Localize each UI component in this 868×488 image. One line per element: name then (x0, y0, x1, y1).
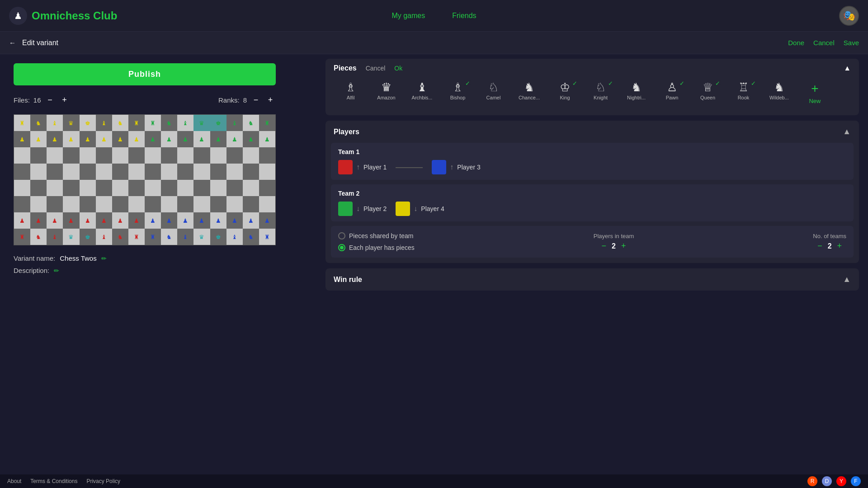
piece-item[interactable]: ♔ King ✓ (548, 78, 582, 108)
chess-cell[interactable] (259, 180, 275, 196)
chess-cell[interactable] (80, 147, 96, 164)
chess-cell[interactable]: ♟ (30, 131, 47, 147)
chess-cell[interactable] (80, 196, 96, 212)
chess-cell[interactable]: ♟ (14, 131, 30, 147)
files-decrease-button[interactable]: − (45, 94, 56, 105)
chess-cell[interactable] (226, 196, 243, 212)
chess-cell[interactable]: ♟ (145, 131, 161, 147)
chess-cell[interactable]: ♜ (128, 229, 145, 245)
chess-cell[interactable]: ♞ (161, 115, 177, 131)
chess-cell[interactable]: ♟ (112, 131, 128, 147)
chess-cell[interactable]: ♜ (259, 229, 275, 245)
variant-name-edit-icon[interactable]: ✏ (101, 255, 107, 262)
chess-cell[interactable] (259, 164, 275, 180)
chess-cell[interactable]: ♝ (177, 115, 193, 131)
chess-cell[interactable] (128, 196, 145, 212)
chess-cell[interactable]: ♟ (80, 212, 96, 229)
chess-cell[interactable]: ♟ (259, 131, 275, 147)
chess-cell[interactable] (47, 196, 63, 212)
cancel-button[interactable]: Cancel (813, 39, 835, 47)
chess-cell[interactable]: ♟ (161, 212, 177, 229)
chess-cell[interactable]: ♟ (177, 212, 193, 229)
chess-cell[interactable] (96, 164, 112, 180)
chess-cell[interactable]: ♚ (80, 229, 96, 245)
chess-cell[interactable] (145, 180, 161, 196)
chess-cell[interactable]: ♟ (128, 212, 145, 229)
chess-cell[interactable]: ♟ (96, 131, 112, 147)
chess-cell[interactable] (47, 164, 63, 180)
piece-item[interactable]: ♞ Wildeb... (762, 78, 796, 108)
chess-cell[interactable] (161, 164, 177, 180)
chess-cell[interactable]: ♝ (177, 229, 193, 245)
reddit-icon[interactable]: R (807, 476, 817, 486)
chess-cell[interactable]: ♟ (243, 131, 259, 147)
chess-cell[interactable]: ♟ (145, 212, 161, 229)
chess-cell[interactable]: ♟ (177, 131, 193, 147)
chess-cell[interactable]: ♟ (259, 212, 275, 229)
chess-cell[interactable]: ♚ (210, 115, 226, 131)
chess-cell[interactable] (30, 196, 47, 212)
chess-cell[interactable] (243, 164, 259, 180)
win-rule-collapse-button[interactable]: ▲ (843, 275, 851, 284)
chess-cell[interactable]: ♞ (243, 115, 259, 131)
chess-cell[interactable]: ♜ (128, 115, 145, 131)
players-in-team-decrease[interactable]: − (602, 241, 607, 251)
chess-cell[interactable] (80, 180, 96, 196)
chess-cell[interactable] (210, 147, 226, 164)
chess-cell[interactable] (96, 180, 112, 196)
chess-cell[interactable]: ♞ (112, 115, 128, 131)
chess-cell[interactable]: ♜ (259, 115, 275, 131)
chess-cell[interactable]: ♚ (80, 115, 96, 131)
piece-item[interactable]: ♝ Archbis... (405, 78, 439, 108)
chess-cell[interactable] (226, 180, 243, 196)
chess-cell[interactable] (243, 196, 259, 212)
chess-cell[interactable]: ♚ (210, 229, 226, 245)
chess-cell[interactable] (145, 164, 161, 180)
chess-cell[interactable] (210, 164, 226, 180)
chess-cell[interactable]: ♞ (30, 115, 47, 131)
no-of-teams-increase[interactable]: + (837, 241, 842, 251)
piece-item[interactable]: ♘ Knight ✓ (584, 78, 618, 108)
chess-cell[interactable] (80, 164, 96, 180)
chess-cell[interactable] (161, 196, 177, 212)
chess-cell[interactable]: ♟ (63, 212, 79, 229)
chess-cell[interactable]: ♟ (210, 212, 226, 229)
chess-cell[interactable] (259, 196, 275, 212)
chess-cell[interactable]: ♜ (14, 115, 30, 131)
radio-own-pieces[interactable]: Each player has pieces (338, 244, 415, 251)
chess-cell[interactable]: ♜ (145, 115, 161, 131)
chess-cell[interactable] (47, 180, 63, 196)
chess-cell[interactable] (226, 164, 243, 180)
chess-cell[interactable] (145, 147, 161, 164)
chess-cell[interactable] (226, 147, 243, 164)
chess-cell[interactable]: ♞ (30, 229, 47, 245)
radio-shared-pieces[interactable]: Pieces shared by team (338, 232, 415, 239)
nav-friends[interactable]: Friends (452, 12, 476, 20)
chess-cell[interactable] (128, 180, 145, 196)
ranks-decrease-button[interactable]: − (250, 94, 261, 105)
players-in-team-increase[interactable]: + (621, 241, 626, 251)
piece-item[interactable]: ♘ Camel (476, 78, 510, 108)
chess-cell[interactable]: ♟ (63, 131, 79, 147)
chess-cell[interactable]: ♝ (226, 229, 243, 245)
chess-cell[interactable]: ♟ (243, 212, 259, 229)
chess-cell[interactable]: ♟ (14, 212, 30, 229)
chess-cell[interactable]: ♜ (145, 229, 161, 245)
piece-item[interactable]: +New (798, 78, 832, 108)
publish-button[interactable]: Publish (14, 63, 276, 85)
chess-cell[interactable]: ♝ (226, 115, 243, 131)
chess-cell[interactable]: ♝ (96, 229, 112, 245)
chess-cell[interactable] (30, 180, 47, 196)
chess-cell[interactable] (243, 147, 259, 164)
chess-cell[interactable] (14, 196, 30, 212)
chess-cell[interactable]: ♛ (193, 229, 210, 245)
chess-cell[interactable]: ♛ (193, 115, 210, 131)
no-of-teams-decrease[interactable]: − (817, 241, 822, 251)
facebook-icon[interactable]: F (851, 476, 861, 486)
chess-cell[interactable] (30, 164, 47, 180)
chess-cell[interactable]: ♟ (47, 212, 63, 229)
chess-cell[interactable] (193, 164, 210, 180)
chess-cell[interactable]: ♜ (14, 229, 30, 245)
chess-cell[interactable]: ♟ (80, 131, 96, 147)
chess-cell[interactable] (112, 164, 128, 180)
